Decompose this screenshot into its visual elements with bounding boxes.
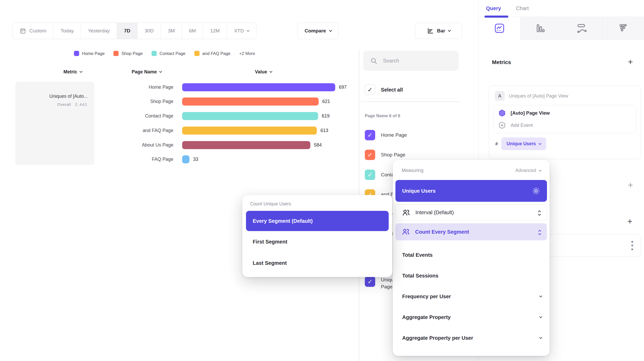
- filter-item-shop-page[interactable]: ✓Shop Page: [365, 150, 405, 160]
- segment-option-every-segment-selected[interactable]: Every Segment (Default): [246, 211, 389, 231]
- chevron-down-icon: [159, 70, 162, 73]
- add-event-row[interactable]: Add Event: [494, 121, 636, 133]
- chevron-down-icon: [539, 294, 542, 297]
- chevron-down-icon: [448, 29, 451, 32]
- measuring-option-total-events[interactable]: Total Events: [395, 245, 547, 265]
- checkbox-checked[interactable]: ✓: [365, 276, 375, 287]
- tab-query[interactable]: Query: [486, 5, 501, 11]
- add-filter-icon[interactable]: +: [628, 181, 633, 189]
- legend-item[interactable]: Home Page: [74, 51, 105, 56]
- horizontal-bar-chart-icon: [427, 27, 434, 34]
- select-all-row[interactable]: ✓ Select all: [365, 85, 403, 95]
- legend-swatch: [113, 51, 119, 56]
- legend-item[interactable]: Shop Page: [113, 51, 143, 56]
- measuring-option-aggregate-property[interactable]: Aggregate Property: [395, 307, 547, 328]
- metric-card[interactable]: A Uniques of [Auto] Page View [Auto] Pag…: [489, 86, 641, 159]
- date-range-7d-selected[interactable]: 7D: [117, 23, 138, 39]
- legend-swatch: [194, 51, 200, 56]
- chevron-down-icon: [539, 315, 542, 318]
- search-input[interactable]: [382, 58, 451, 64]
- measuring-option-frequency-per-user[interactable]: Frequency per User: [395, 286, 547, 307]
- bar-faq-page[interactable]: [182, 155, 189, 163]
- metric-card-header: A Uniques of [Auto] Page View: [493, 91, 636, 105]
- chevron-down-icon: [539, 142, 542, 145]
- date-range-6m[interactable]: 6M: [182, 23, 203, 39]
- metrics-heading: Metrics: [492, 59, 511, 65]
- more-options-icon[interactable]: •••: [631, 240, 633, 251]
- calendar-icon: [19, 27, 26, 34]
- date-range-today[interactable]: Today: [53, 23, 81, 39]
- segment-popover-title: Count Unique Users: [246, 201, 389, 207]
- chart-legend: Home Page Shop Page Contact Page and FAQ…: [74, 51, 255, 56]
- date-range-3m[interactable]: 3M: [161, 23, 182, 39]
- metric-summary-card[interactable]: Uniques of [Auto... Overall2,441: [15, 82, 94, 165]
- people-icon: [402, 228, 410, 236]
- chevron-down-icon: [269, 70, 272, 73]
- bar-row: Shop Page621: [0, 95, 330, 108]
- stepper-icon[interactable]: [538, 210, 540, 215]
- bar-and-faq-page[interactable]: [182, 127, 317, 135]
- chart-type-dropdown[interactable]: Bar: [415, 23, 462, 39]
- segment-option-first-segment[interactable]: First Segment: [246, 231, 389, 252]
- stepper-icon[interactable]: [539, 229, 541, 235]
- measure-dropdown[interactable]: Unique Users: [501, 137, 546, 150]
- bar-row: Contact Page619: [0, 109, 330, 122]
- chevron-down-icon: [246, 29, 249, 32]
- column-header-metric[interactable]: Metric: [47, 67, 99, 76]
- tab-chart[interactable]: Chart: [516, 5, 529, 11]
- tab-insights-chart[interactable]: [479, 17, 520, 40]
- bar-contact-page[interactable]: [182, 112, 318, 120]
- metric-letter-badge: A: [495, 91, 505, 101]
- column-header-value[interactable]: Value: [237, 67, 289, 76]
- number-sign: #: [495, 141, 498, 147]
- measure-row: # Unique Users: [493, 133, 636, 150]
- chevron-down-icon: [539, 336, 542, 339]
- search-icon: [370, 57, 378, 65]
- legend-swatch: [152, 51, 157, 56]
- legend-item[interactable]: Contact Page: [152, 51, 186, 56]
- vertical-bars-icon: [535, 23, 546, 34]
- filter-item-home-page[interactable]: ✓Home Page: [365, 130, 407, 140]
- date-range-custom[interactable]: Custom: [12, 23, 53, 39]
- date-range-label: Custom: [29, 28, 46, 34]
- legend-more[interactable]: +2 More: [239, 51, 255, 56]
- tab-flows-chart[interactable]: [561, 17, 603, 40]
- tab-retention-chart[interactable]: [603, 17, 644, 40]
- date-range-yesterday[interactable]: Yesterday: [81, 23, 117, 39]
- checkbox-checked[interactable]: ✓: [365, 150, 375, 160]
- bar-home-page[interactable]: [182, 83, 335, 91]
- tab-funnels-chart[interactable]: [520, 17, 561, 40]
- measuring-option-aggregate-property-per-user[interactable]: Aggregate Property per User: [395, 328, 547, 348]
- advanced-dropdown[interactable]: Advanced: [515, 168, 541, 173]
- date-range-12m[interactable]: 12M: [203, 23, 227, 39]
- select-all-checkbox[interactable]: ✓: [365, 85, 375, 95]
- active-tab-underline: [484, 16, 508, 18]
- date-range-xtd[interactable]: XTD: [227, 23, 256, 39]
- compare-button[interactable]: Compare: [298, 23, 339, 39]
- measuring-popover: Measuring Advanced Unique Users Interval…: [393, 160, 550, 356]
- sidebar-tabs: Query Chart: [479, 0, 644, 17]
- list-divider: [361, 101, 460, 102]
- measuring-row-count-every-segment[interactable]: Count Every Segment: [395, 223, 547, 240]
- segment-option-last-segment[interactable]: Last Segment: [246, 252, 389, 274]
- add-breakdown-icon[interactable]: +: [627, 217, 632, 226]
- legend-item[interactable]: and FAQ Page: [194, 51, 230, 56]
- bar-shop-page[interactable]: [182, 98, 319, 106]
- chart-type-tab-row: [479, 17, 644, 40]
- search-box[interactable]: [363, 51, 459, 71]
- column-header-page-name[interactable]: Page Name: [121, 67, 173, 76]
- bar-row: Home Page697: [0, 81, 347, 94]
- add-metric-icon[interactable]: +: [628, 58, 633, 66]
- hexagon-plus-icon: [498, 121, 506, 129]
- checkbox-checked[interactable]: ✓: [365, 170, 375, 180]
- retention-dots-icon: [618, 23, 629, 34]
- measuring-row-interval[interactable]: Interval (Default): [395, 204, 547, 221]
- checkbox-checked[interactable]: ✓: [365, 130, 375, 140]
- bar-about-us-page[interactable]: [182, 141, 310, 149]
- chevron-down-icon: [79, 70, 82, 73]
- event-row[interactable]: [Auto] Page View: [494, 105, 636, 121]
- measuring-option-total-sessions[interactable]: Total Sessions: [395, 265, 547, 286]
- gear-icon[interactable]: [532, 187, 540, 195]
- date-range-30d[interactable]: 30D: [138, 23, 161, 39]
- measuring-option-unique-users-selected[interactable]: Unique Users: [395, 180, 547, 202]
